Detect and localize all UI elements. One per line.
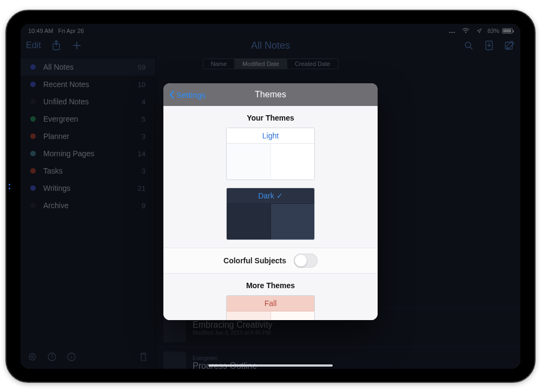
screen: 10:49 AM Fri Apr 26 83% Edit: [21, 24, 520, 369]
theme-preview: [227, 311, 314, 320]
more-themes-heading: More Themes: [163, 274, 378, 295]
your-themes-heading: Your Themes: [163, 106, 378, 128]
bezel-indicator: [9, 184, 10, 189]
back-label: Settings: [176, 90, 206, 99]
themes-popup: Settings Themes Your Themes Light Dark✓: [163, 83, 378, 320]
theme-preview: [227, 144, 314, 180]
popup-header: Settings Themes: [163, 83, 378, 106]
chevron-left-icon: [169, 90, 175, 99]
colorful-subjects-switch[interactable]: [294, 254, 318, 268]
check-icon: ✓: [276, 191, 283, 200]
theme-name: Dark✓: [227, 188, 314, 204]
theme-dark[interactable]: Dark✓: [226, 188, 315, 240]
theme-fall[interactable]: Fall: [226, 295, 315, 320]
theme-name: Light: [227, 128, 314, 144]
theme-light[interactable]: Light: [226, 128, 315, 180]
theme-name: Fall: [227, 296, 314, 311]
colorful-subjects-row: Colorful Subjects: [163, 248, 378, 274]
theme-preview: [227, 204, 314, 240]
back-button[interactable]: Settings: [163, 90, 211, 99]
home-indicator[interactable]: [208, 364, 333, 367]
toggle-label: Colorful Subjects: [223, 256, 286, 265]
popup-body: Your Themes Light Dark✓ Colorful Subject…: [163, 106, 378, 320]
device-frame: 10:49 AM Fri Apr 26 83% Edit: [5, 10, 536, 383]
theme-name-label: Dark: [258, 191, 274, 200]
